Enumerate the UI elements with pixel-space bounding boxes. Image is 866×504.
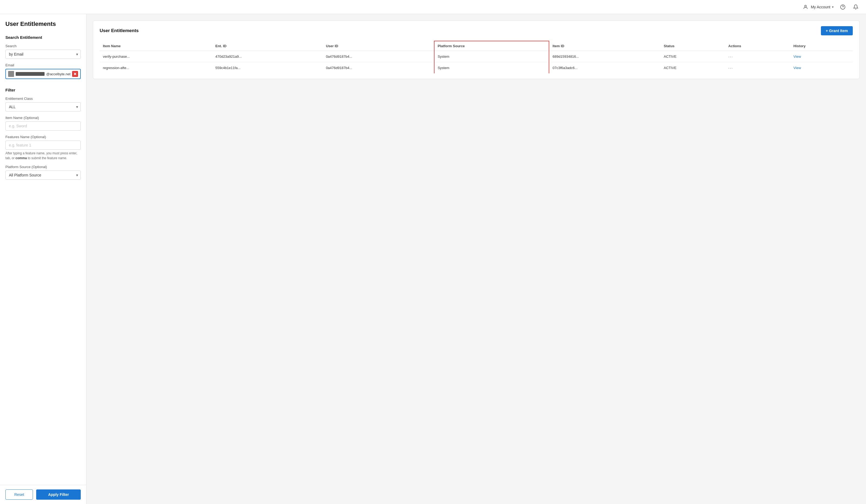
col-platform-source: Platform Source [434,41,549,51]
main-layout: User Entitlements Search Entitlement Sea… [0,14,866,504]
item-name-input[interactable] [5,122,81,130]
content-area: User Entitlements + Grant Item Item Name… [86,14,866,504]
search-section-title: Search Entitlement [5,35,81,40]
cell-status: ACTIVE [660,62,725,74]
notification-icon[interactable] [852,3,859,11]
table-header: Item Name Ent. ID User ID Platform Sourc… [100,41,853,51]
platform-source-select-wrapper: All Platform Source ▾ [5,171,81,180]
filter-section: Filter Entitlement Class ALL ▾ Item Name… [5,88,81,184]
entitlements-table: Item Name Ent. ID User ID Platform Sourc… [100,41,853,73]
cell-status: ACTIVE [660,51,725,62]
view-link[interactable]: View [793,66,801,70]
view-link[interactable]: View [793,55,801,59]
features-name-input[interactable] [5,140,81,150]
cell-item-name: verify-purchase... [100,51,212,62]
cell-history: View [790,51,853,62]
email-clear-button[interactable] [72,71,78,77]
cell-user-id: 0a476d9187b4... [323,62,434,74]
entitlement-class-label: Entitlement Class [5,96,81,101]
email-text-block [16,72,45,76]
cell-platform-source: System [434,51,549,62]
email-avatar [8,71,14,77]
account-chevron: ▾ [832,5,834,9]
cell-item-name: regression-afte... [100,62,212,74]
svg-point-0 [804,5,806,7]
entitlement-class-select[interactable]: ALL [5,102,81,112]
cell-item-id: 689d15934816... [549,51,660,62]
content-card: User Entitlements + Grant Item Item Name… [93,21,859,79]
col-history: History [790,41,853,51]
cell-platform-source: System [434,62,549,74]
sidebar: User Entitlements Search Entitlement Sea… [0,14,86,504]
my-account-menu[interactable]: My Account ▾ [802,3,834,11]
platform-source-select[interactable]: All Platform Source [5,171,81,180]
col-item-id: Item ID [549,41,660,51]
account-label: My Account [811,5,830,9]
entitlement-class-select-wrapper: ALL ▾ [5,102,81,112]
user-icon [802,3,809,11]
content-card-header: User Entitlements + Grant Item [100,26,853,35]
col-user-id: User ID [323,41,434,51]
col-ent-id: Ent. ID [212,41,322,51]
cell-actions[interactable]: ··· [725,51,790,62]
platform-source-label: Platform Source (Optional) [5,165,81,169]
page-title: User Entitlements [5,21,81,27]
col-item-name: Item Name [100,41,212,51]
table-row: verify-purchase... 470d23a921a9... 0a476… [100,51,853,62]
search-type-select[interactable]: by Email [5,50,81,59]
reset-button[interactable]: Reset [5,490,33,500]
help-icon[interactable] [839,3,846,11]
sidebar-footer: Reset Apply Filter [0,485,86,504]
email-field[interactable]: @accelbyte.net [5,69,81,79]
filter-section-title: Filter [5,88,81,92]
cell-ent-id: 559c4b1e11fa... [212,62,322,74]
table-body: verify-purchase... 470d23a921a9... 0a476… [100,51,853,74]
email-label: Email [5,63,81,67]
cell-ent-id: 470d23a921a9... [212,51,322,62]
email-domain: @accelbyte.net [46,72,70,76]
col-actions: Actions [725,41,790,51]
features-name-label: Features Name (Optional) [5,135,81,139]
table-row: regression-afte... 559c4b1e11fa... 0a476… [100,62,853,74]
cell-history: View [790,62,853,74]
search-type-select-wrapper: by Email ▾ [5,50,81,59]
cell-user-id: 0a476d9187b4... [323,51,434,62]
cell-actions[interactable]: ··· [725,62,790,74]
content-card-title: User Entitlements [100,28,139,33]
search-label: Search [5,44,81,48]
item-name-label: Item Name (Optional) [5,116,81,120]
navbar: My Account ▾ [0,0,866,14]
grant-item-button[interactable]: + Grant Item [821,26,853,35]
feature-hint: After typing a feature name, you must pr… [5,151,81,161]
apply-filter-button[interactable]: Apply Filter [36,490,81,500]
col-status: Status [660,41,725,51]
close-icon [74,72,77,76]
cell-item-id: 07c3f6a3adc6... [549,62,660,74]
